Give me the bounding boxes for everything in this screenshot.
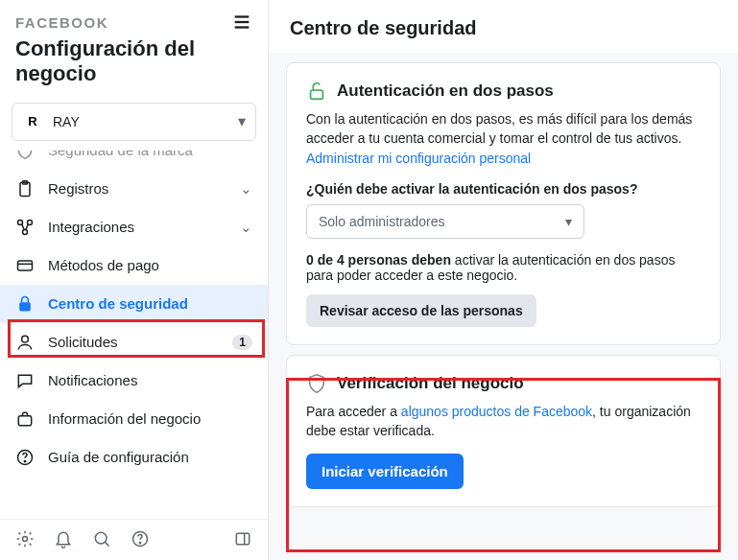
bottom-toolbar (0, 519, 268, 560)
sidebar: FACEBOOK Configuración del negocio R RAY… (0, 0, 269, 560)
twofa-select[interactable]: Solo administradores ▾ (306, 204, 584, 239)
nav: Seguridad de la marca Registros ⌄ Integr… (0, 151, 268, 519)
nav-label: Información del negocio (48, 410, 252, 427)
card-title: Autenticación en dos pasos (337, 82, 554, 101)
help-circle-icon (15, 448, 35, 467)
credit-card-icon (15, 256, 35, 275)
twofa-status: 0 de 4 personas deben activar la autenti… (306, 252, 701, 283)
sidebar-item-pagos[interactable]: Métodos de pago (0, 246, 268, 285)
chevron-down-icon: ⌄ (240, 219, 252, 236)
sidebar-item-guia[interactable]: Guía de configuración (0, 438, 268, 477)
twofa-question: ¿Quién debe activar la autenticación en … (306, 181, 701, 197)
sidebar-item-notificaciones[interactable]: Notificaciones (0, 362, 268, 400)
main: Centro de seguridad Autenticación en dos… (269, 0, 738, 560)
sidebar-item-info[interactable]: Información del negocio (0, 400, 268, 438)
help-icon[interactable] (131, 529, 150, 548)
sidebar-item-registros[interactable]: Registros ⌄ (0, 170, 268, 208)
card-desc: Con la autenticación en dos pasos, es má… (306, 109, 701, 168)
card-verification: Verificación del negocio Para acceder a … (286, 355, 721, 508)
main-heading: Centro de seguridad (269, 0, 738, 53)
caret-down-icon: ▾ (238, 112, 246, 130)
nav-label: Notificaciones (48, 372, 252, 388)
clipboard-icon (15, 179, 35, 198)
account-selector[interactable]: R RAY ▾ (12, 103, 256, 141)
sidebar-item-solicitudes[interactable]: Solicitudes 1 (0, 323, 268, 362)
sidebar-item-brand-safety[interactable]: Seguridad de la marca (0, 151, 268, 170)
person-icon (15, 333, 35, 352)
page-title: Configuración del negocio (0, 36, 268, 99)
shield-icon (15, 151, 35, 160)
card-desc: Para acceder a algunos productos de Face… (306, 402, 701, 441)
gear-icon[interactable] (15, 529, 35, 548)
account-logo: R (22, 111, 43, 132)
lock-icon (15, 294, 35, 314)
account-name: RAY (53, 114, 238, 129)
panel-toggle-icon[interactable] (233, 529, 252, 548)
sidebar-item-security[interactable]: Centro de seguridad (0, 285, 268, 323)
products-link[interactable]: algunos productos de Facebook (401, 404, 592, 419)
manage-settings-link[interactable]: Administrar mi configuración personal (306, 151, 531, 166)
shield-icon (306, 373, 327, 394)
nav-label: Registros (48, 180, 240, 197)
nav-label: Seguridad de la marca (48, 151, 252, 159)
unlock-icon (306, 81, 327, 102)
badge: 1 (232, 335, 252, 350)
search-icon[interactable] (92, 529, 111, 548)
brand-label: FACEBOOK (15, 14, 108, 31)
nav-label: Centro de seguridad (48, 295, 252, 312)
svg-rect-8 (18, 261, 33, 270)
review-access-button[interactable]: Revisar acceso de las personas (306, 294, 536, 327)
svg-line-17 (105, 542, 108, 546)
svg-point-7 (23, 229, 28, 234)
svg-rect-22 (311, 90, 323, 99)
svg-rect-10 (19, 302, 31, 311)
svg-point-11 (22, 336, 29, 342)
briefcase-icon (15, 409, 35, 429)
caret-down-icon: ▾ (565, 214, 572, 229)
svg-rect-12 (18, 415, 31, 425)
chevron-down-icon: ⌄ (240, 180, 252, 198)
start-verification-button[interactable]: Iniciar verificación (306, 454, 464, 489)
svg-point-19 (139, 543, 140, 544)
bell-icon[interactable] (54, 529, 73, 548)
nav-label: Integraciones (48, 219, 240, 235)
select-value: Solo administradores (319, 214, 445, 229)
nav-label: Métodos de pago (48, 257, 252, 273)
svg-point-16 (95, 532, 107, 544)
card-title: Verificación del negocio (337, 374, 524, 393)
svg-rect-20 (236, 533, 249, 545)
integrations-icon (15, 218, 35, 237)
sidebar-item-integraciones[interactable]: Integraciones ⌄ (0, 208, 268, 246)
nav-label: Guía de configuración (48, 449, 252, 465)
svg-point-14 (24, 460, 25, 461)
svg-point-15 (23, 537, 28, 542)
nav-label: Solicitudes (48, 334, 232, 350)
chat-icon (15, 371, 35, 390)
hamburger-icon[interactable] (231, 12, 252, 33)
card-twofa: Autenticación en dos pasos Con la autent… (286, 62, 721, 345)
